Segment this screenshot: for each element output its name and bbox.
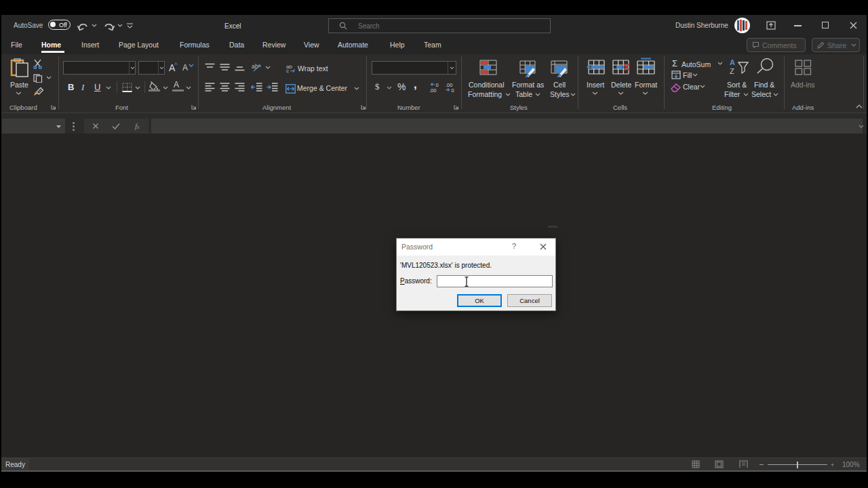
svg-text:c: c [286,68,289,73]
svg-text:0: 0 [452,87,454,93]
svg-text:.00: .00 [429,87,436,93]
svg-text:ab: ab [252,63,258,70]
